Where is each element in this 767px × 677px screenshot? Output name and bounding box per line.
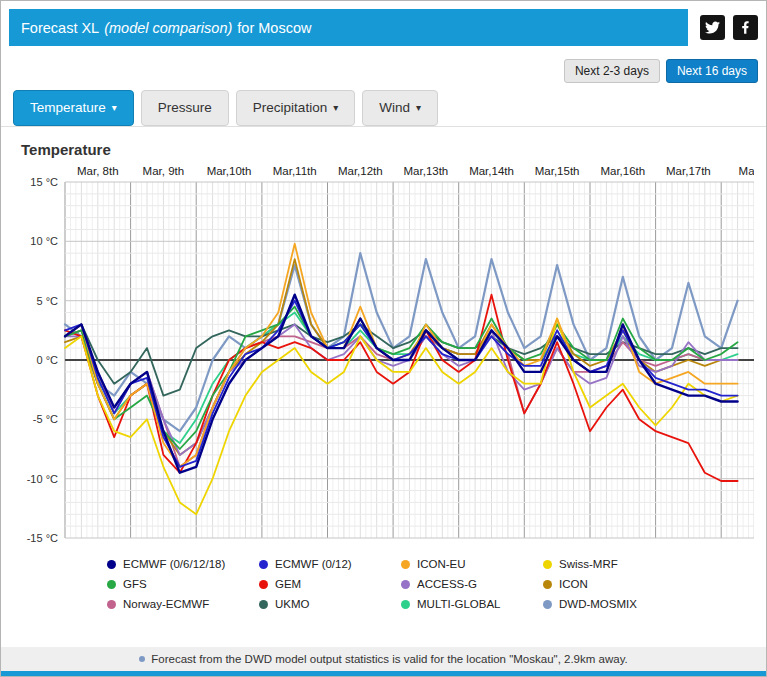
legend-dot-icon [259, 580, 268, 589]
facebook-icon [738, 20, 753, 35]
range-buttons: Next 2-3 daysNext 16 days [1, 59, 758, 83]
legend-item-access-g: ACCESS-G [401, 578, 543, 590]
x-axis-label: Mar,12th [338, 165, 383, 177]
x-axis-label: Mar,15th [535, 165, 580, 177]
legend-item-ecmwf-0-6-12-18: ECMWF (0/6/12/18) [107, 558, 259, 570]
facebook-share-button[interactable] [733, 15, 758, 40]
legend-dot-icon [543, 560, 552, 569]
chevron-down-icon: ▾ [112, 100, 117, 116]
page-header: Forecast XL (model comparison) for Mosco… [9, 9, 688, 46]
legend-item-gfs: GFS [107, 578, 259, 590]
header-row: Forecast XL (model comparison) for Mosco… [9, 9, 758, 46]
legend-item-ukmo: UKMO [259, 598, 401, 610]
legend-item-swiss-mrf: Swiss-MRF [543, 558, 695, 570]
range-button-next-16-days[interactable]: Next 16 days [666, 59, 758, 83]
legend-item-ecmwf-0-12: ECMWF (0/12) [259, 558, 401, 570]
x-axis-label: Mar,11th [273, 165, 317, 177]
tabs-divider [1, 126, 766, 127]
legend-dot-icon [107, 600, 116, 609]
legend-label: GFS [123, 578, 147, 590]
chevron-down-icon: ▾ [333, 100, 338, 116]
parameter-tabs: Temperature▾PressurePrecipitation▾Wind▾ [13, 90, 766, 126]
chart-legend: ECMWF (0/6/12/18)ECMWF (0/12)ICON-EUSwis… [107, 558, 766, 610]
x-axis-label: Mar [739, 165, 754, 177]
temperature-chart: 15 °C10 °C5 °C0 °C-5 °C-10 °C-15 °CMar, … [13, 162, 754, 548]
legend-dot-icon [107, 560, 116, 569]
twitter-icon [705, 20, 720, 35]
legend-item-multi-global: MULTI-GLOBAL [401, 598, 543, 610]
tab-precipitation[interactable]: Precipitation▾ [236, 90, 355, 126]
series-line-gem [65, 295, 738, 481]
x-axis-label: Mar,13th [404, 165, 449, 177]
legend-label: ICON-EU [417, 558, 466, 570]
page-subtitle: (model comparison) [104, 20, 232, 36]
tab-label: Temperature [30, 100, 106, 116]
legend-label: Norway-ECMWF [123, 598, 209, 610]
legend-label: ICON [559, 578, 588, 590]
page-title: Forecast XL [21, 20, 99, 36]
legend-dot-icon [543, 600, 552, 609]
legend-label: DWD-MOSMIX [559, 598, 637, 610]
legend-item-dwd-mosmix: DWD-MOSMIX [543, 598, 695, 610]
section-title: Temperature [21, 141, 766, 158]
y-axis-label: 5 °C [36, 295, 58, 307]
y-axis-label: -10 °C [27, 473, 58, 485]
legend-dot-icon [259, 600, 268, 609]
social-buttons [700, 15, 758, 40]
x-axis-label: Mar,14th [469, 165, 514, 177]
legend-item-icon: ICON [543, 578, 695, 590]
legend-dot-icon [401, 560, 410, 569]
forecast-xl-page: Forecast XL (model comparison) for Mosco… [0, 0, 767, 677]
legend-label: ECMWF (0/12) [275, 558, 352, 570]
legend-item-icon-eu: ICON-EU [401, 558, 543, 570]
legend-dot-icon [107, 580, 116, 589]
tab-label: Precipitation [253, 100, 327, 116]
legend-label: GEM [275, 578, 301, 590]
y-axis-label: 0 °C [36, 354, 58, 366]
y-axis-label: 10 °C [30, 235, 58, 247]
legend-item-norway-ecmwf: Norway-ECMWF [107, 598, 259, 610]
x-axis-label: Mar,16th [600, 165, 645, 177]
legend-dot-icon [543, 580, 552, 589]
note-bullet-icon [139, 656, 145, 662]
legend-label: ECMWF (0/6/12/18) [123, 558, 225, 570]
x-axis-label: Mar, 8th [77, 165, 119, 177]
y-axis-label: -15 °C [27, 532, 58, 544]
legend-dot-icon [401, 600, 410, 609]
legend-label: MULTI-GLOBAL [417, 598, 501, 610]
chart-canvas: 15 °C10 °C5 °C0 °C-5 °C-10 °C-15 °CMar, … [13, 162, 754, 544]
footer-note-text: Forecast from the DWD model output stati… [151, 653, 627, 665]
tab-pressure[interactable]: Pressure [141, 90, 229, 126]
y-axis-label: -5 °C [33, 413, 58, 425]
footer-note: Forecast from the DWD model output stati… [1, 647, 766, 671]
range-button-next-2-3-days[interactable]: Next 2-3 days [564, 59, 660, 83]
page-location: for Moscow [237, 20, 311, 36]
tab-wind[interactable]: Wind▾ [362, 90, 438, 126]
legend-label: Swiss-MRF [559, 558, 618, 570]
legend-dot-icon [401, 580, 410, 589]
chevron-down-icon: ▾ [416, 100, 421, 116]
legend-label: UKMO [275, 598, 310, 610]
bottom-bar [1, 671, 766, 676]
x-axis-label: Mar,17th [666, 165, 711, 177]
x-axis-label: Mar,10th [207, 165, 252, 177]
tab-label: Wind [379, 100, 410, 116]
legend-dot-icon [259, 560, 268, 569]
twitter-share-button[interactable] [700, 15, 725, 40]
y-axis-label: 15 °C [30, 176, 58, 188]
legend-item-gem: GEM [259, 578, 401, 590]
tab-label: Pressure [158, 100, 212, 116]
legend-label: ACCESS-G [417, 578, 477, 590]
x-axis-label: Mar, 9th [143, 165, 185, 177]
tab-temperature[interactable]: Temperature▾ [13, 90, 134, 126]
